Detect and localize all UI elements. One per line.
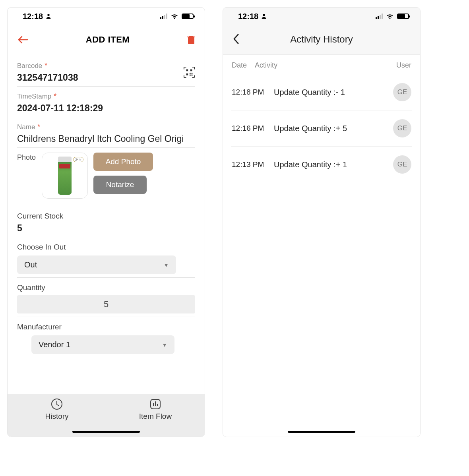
- screen-add-item: 12:18 ADD ITEM Barcode* 312547171038: [7, 7, 205, 437]
- svg-rect-5: [192, 73, 193, 74]
- history-row-avatar: GE: [393, 83, 411, 101]
- choose-in-out-field: Choose In Out Out ▼: [17, 237, 195, 278]
- cellular-icon: [160, 14, 167, 19]
- page-title: Activity History: [290, 34, 353, 45]
- history-row-time: 12:13 PM: [232, 160, 274, 169]
- quantity-label: Quantity: [17, 283, 195, 292]
- photo-field: Photo 24hr Add Photo Notarize: [17, 148, 195, 206]
- current-stock-field: Current Stock 5: [17, 206, 195, 237]
- history-row-avatar: GE: [393, 119, 411, 137]
- svg-rect-7: [192, 75, 193, 76]
- person-icon: [261, 13, 267, 19]
- bottom-tab-bar: History Item Flow: [8, 394, 205, 437]
- quantity-input[interactable]: 5: [17, 295, 195, 313]
- person-icon: [45, 13, 52, 19]
- clock-icon: [50, 398, 63, 410]
- tab-item-flow-label: Item Flow: [139, 412, 172, 421]
- history-row-activity: Update Quantity :- 1: [274, 88, 393, 97]
- choose-in-out-dropdown[interactable]: Out ▼: [17, 255, 176, 274]
- home-indicator[interactable]: [72, 431, 140, 433]
- chevron-down-icon: ▼: [163, 262, 169, 268]
- status-bar: 12:18: [8, 8, 205, 25]
- required-marker: *: [54, 92, 56, 101]
- badge-icon: 24hr: [73, 157, 83, 162]
- history-row[interactable]: 12:18 PM Update Quantity :- 1 GE: [231, 74, 412, 110]
- battery-icon: [397, 14, 409, 19]
- name-value[interactable]: Childrens Benadryl Itch Cooling Gel Orig…: [17, 134, 195, 144]
- qr-scan-icon[interactable]: [183, 66, 195, 78]
- wifi-icon: [386, 13, 394, 19]
- manufacturer-value: Vendor 1: [39, 340, 70, 349]
- product-image: [58, 157, 72, 195]
- svg-rect-4: [190, 73, 191, 74]
- history-row-time: 12:18 PM: [232, 88, 274, 97]
- history-list: 12:18 PM Update Quantity :- 1 GE 12:16 P…: [223, 74, 420, 437]
- nav-header: ADD ITEM: [8, 25, 205, 56]
- barcode-label: Barcode: [17, 62, 42, 70]
- history-row-avatar: GE: [393, 155, 411, 174]
- history-row-activity: Update Quantity :+ 1: [274, 160, 393, 169]
- quantity-field: Quantity 5: [17, 278, 195, 317]
- history-row[interactable]: 12:13 PM Update Quantity :+ 1 GE: [231, 146, 412, 182]
- screen-activity-history: 12:18 Activity History Date Activity Use…: [223, 7, 421, 437]
- svg-rect-1: [186, 70, 188, 72]
- photo-thumbnail[interactable]: 24hr: [42, 153, 88, 199]
- add-photo-button[interactable]: Add Photo: [93, 153, 153, 171]
- svg-rect-2: [190, 70, 192, 72]
- trash-icon[interactable]: [187, 35, 195, 45]
- column-user: User: [396, 61, 411, 70]
- column-date: Date: [232, 61, 247, 70]
- history-row-activity: Update Quantity :+ 5: [274, 124, 393, 133]
- choose-in-out-label: Choose In Out: [17, 243, 195, 252]
- choose-in-out-value: Out: [24, 260, 37, 269]
- manufacturer-label: Manufacturer: [17, 323, 195, 331]
- manufacturer-dropdown[interactable]: Vendor 1 ▼: [31, 335, 174, 354]
- back-arrow-icon[interactable]: [17, 35, 28, 45]
- statusbar-time: 12:18: [23, 12, 43, 21]
- required-marker: *: [37, 123, 40, 131]
- statusbar-time: 12:18: [238, 12, 258, 21]
- page-title: ADD ITEM: [86, 35, 130, 45]
- current-stock-label: Current Stock: [17, 212, 195, 221]
- timestamp-label: TimeStamp: [17, 93, 51, 101]
- back-chevron-icon[interactable]: [233, 34, 240, 44]
- required-marker: *: [45, 62, 47, 70]
- tab-history-label: History: [45, 412, 68, 421]
- nav-header: Activity History: [223, 25, 420, 55]
- notarize-button[interactable]: Notarize: [93, 176, 147, 194]
- chevron-down-icon: ▼: [162, 342, 167, 348]
- home-indicator[interactable]: [288, 431, 355, 433]
- battery-icon: [182, 14, 194, 19]
- timestamp-value[interactable]: 2024-07-11 12:18:29: [17, 103, 195, 114]
- status-bar: 12:18: [223, 8, 420, 25]
- manufacturer-field: Manufacturer Vendor 1 ▼: [17, 317, 195, 357]
- wifi-icon: [171, 13, 178, 19]
- photo-label: Photo: [17, 153, 36, 162]
- svg-point-0: [47, 14, 49, 16]
- tab-history[interactable]: History: [8, 398, 106, 421]
- barcode-value[interactable]: 312547171038: [17, 72, 183, 83]
- tab-item-flow[interactable]: Item Flow: [106, 398, 205, 421]
- name-label: Name: [17, 123, 35, 131]
- history-row-time: 12:16 PM: [232, 124, 274, 133]
- column-activity: Activity: [255, 61, 277, 70]
- svg-point-10: [263, 14, 265, 16]
- barcode-field: Barcode* 312547171038: [17, 56, 195, 87]
- chart-icon: [149, 398, 162, 410]
- timestamp-field: TimeStamp* 2024-07-11 12:18:29: [17, 87, 195, 117]
- svg-rect-3: [186, 74, 188, 75]
- history-row[interactable]: 12:16 PM Update Quantity :+ 5 GE: [231, 110, 412, 146]
- current-stock-value: 5: [17, 223, 195, 234]
- cellular-icon: [376, 14, 383, 19]
- name-field: Name* Childrens Benadryl Itch Cooling Ge…: [17, 117, 195, 148]
- svg-rect-6: [190, 75, 191, 76]
- history-columns: Date Activity User: [223, 55, 420, 74]
